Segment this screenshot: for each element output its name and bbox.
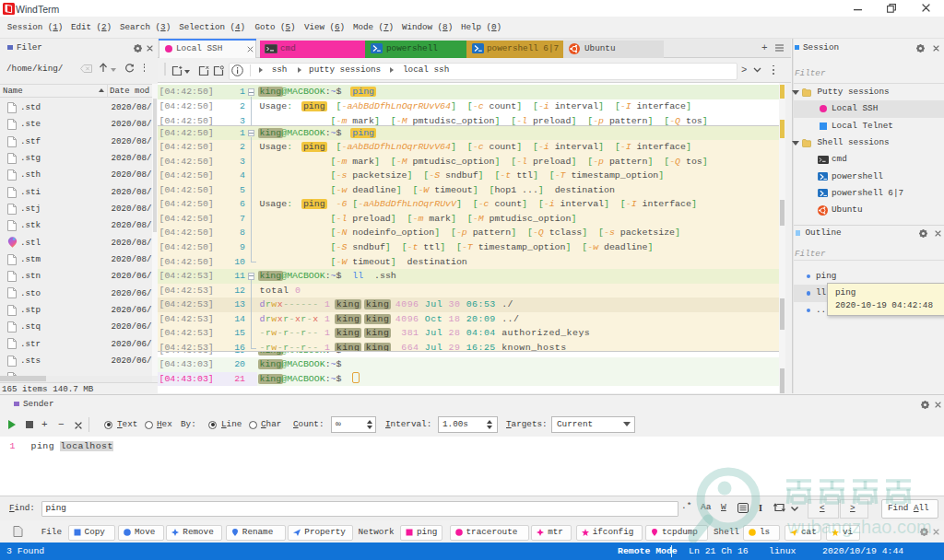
svg-text:wubangzhao.com: wubangzhao.com	[786, 517, 932, 537]
